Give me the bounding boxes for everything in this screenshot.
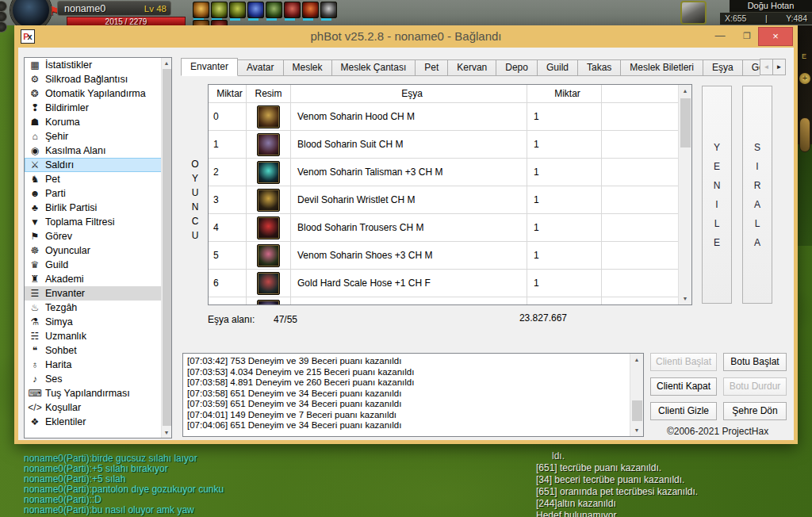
- minimap-e-label: E: [802, 52, 806, 60]
- game-trees: [796, 143, 812, 246]
- sidebar-item-label: Tuş Yapılandırması: [42, 388, 130, 399]
- maximize-button[interactable]: ❐: [736, 25, 758, 48]
- scroll-up-icon[interactable]: ▲: [162, 58, 171, 68]
- tab-scroll-right-icon[interactable]: ►: [772, 59, 786, 75]
- sidebar-item-harita[interactable]: ♁Harita: [25, 358, 171, 372]
- minimap-zoom-button[interactable]: +: [799, 73, 810, 84]
- column-header[interactable]: Resim: [247, 85, 291, 102]
- sidebar-item-label: Sohbet: [42, 345, 77, 356]
- copyright-text: ©2006-2021 ProjectHax: [643, 426, 792, 437]
- minimize-button[interactable]: —: [709, 25, 731, 48]
- sidebar-item-toplama-filtresi[interactable]: ▼Toplama Filtresi: [25, 215, 171, 229]
- buff-icon[interactable]: [193, 2, 209, 18]
- column-header[interactable]: Eşya: [291, 85, 527, 102]
- tab-meslek-cantasi[interactable]: Meslek Çantası: [331, 59, 416, 76]
- map-icon: ♁: [28, 359, 42, 370]
- title-bar[interactable]: Px phBot v25.2.8 - noname0 - Bağlandı — …: [14, 25, 798, 48]
- sidebar-item-envanter[interactable]: ☰Envanter: [25, 286, 171, 301]
- chat-line: ldı.: [536, 450, 698, 462]
- tab-avatar[interactable]: Avatar: [237, 59, 283, 76]
- table-row[interactable]: 0Venom Soharin Hood CH M1: [209, 103, 691, 131]
- tab-depo[interactable]: Depo: [496, 59, 538, 76]
- sidebar-item-silkroad-baglantisi[interactable]: ⚙Silkroad Bağlantısı: [25, 72, 171, 86]
- sidebar-item-kosullar[interactable]: </>Koşullar: [25, 400, 171, 415]
- sidebar-item-bildirimler[interactable]: ❢Bildirimler: [25, 101, 171, 115]
- sidebar-item-gorev[interactable]: ⚑Görev: [25, 229, 171, 243]
- sidebar-item-ses[interactable]: ♪Ses: [25, 372, 171, 386]
- start-bot-button[interactable]: Botu Başlat: [723, 353, 787, 371]
- scroll-down-icon[interactable]: ▼: [630, 425, 643, 435]
- sidebar-item-label: Eklentiler: [42, 416, 86, 427]
- table-row[interactable]: 4Blood Soharin Trousers CH M1: [209, 214, 691, 242]
- sidebar-item-akademi[interactable]: ♜Akademi: [25, 272, 171, 286]
- scroll-up-icon[interactable]: ▲: [679, 86, 691, 96]
- item-qty: 1: [527, 159, 602, 186]
- scrollbar-thumb[interactable]: [163, 69, 171, 426]
- sidebar-item-pet[interactable]: ♞Pet: [25, 172, 171, 186]
- sidebar-item-tus-yapilandirmasi[interactable]: ⌨Tuş Yapılandırması: [25, 386, 171, 400]
- tab-gori-item[interactable]: Gori Item I: [742, 59, 760, 76]
- bot-log[interactable]: [07:03:42] 753 Deneyim ve 39 Beceri puan…: [182, 353, 644, 437]
- table-row[interactable]: 2Venom Soharin Talisman +3 CH M1: [209, 159, 691, 186]
- sidebar-item-koruma[interactable]: ☗Koruma: [25, 115, 171, 129]
- sort-button[interactable]: SIRALA: [742, 86, 772, 304]
- return-town-button[interactable]: Şehre Dön: [723, 402, 787, 420]
- table-row[interactable]: [209, 297, 691, 305]
- buff-icon[interactable]: [284, 2, 301, 18]
- sidebar-item-kasilma-alani[interactable]: ◉Kasılma Alanı: [25, 144, 171, 158]
- refresh-button[interactable]: YENILE: [702, 86, 732, 304]
- column-header[interactable]: Miktar: [209, 85, 247, 102]
- buff-icon[interactable]: [320, 2, 337, 18]
- tab-guild[interactable]: Guild: [537, 59, 578, 76]
- tab-kervan[interactable]: Kervan: [447, 59, 496, 76]
- hide-client-button[interactable]: Clienti Gizle: [650, 402, 717, 420]
- table-row[interactable]: 3Devil Soharin Wristlet CH M1: [209, 186, 691, 214]
- client-area: ▦İstatistikler ⚙Silkroad Bağlantısı ❂Oto…: [18, 48, 794, 440]
- buff-icon[interactable]: [247, 2, 264, 18]
- table-row[interactable]: 6Gold Hard Scale Hose +1 CH F1: [209, 270, 691, 297]
- sidebar-item-guild[interactable]: ♛Guild: [25, 258, 171, 272]
- tab-envanter[interactable]: Envanter: [181, 58, 238, 76]
- scroll-down-icon[interactable]: ▼: [162, 427, 171, 438]
- sidebar-item-istatistikler[interactable]: ▦İstatistikler: [25, 58, 171, 72]
- scroll-down-icon[interactable]: ▼: [679, 293, 691, 304]
- sidebar-item-sohbet[interactable]: ❝Sohbet: [25, 343, 171, 358]
- sidebar-item-uzmanlik[interactable]: ☵Uzmanlık: [25, 329, 171, 343]
- keyboard-icon: ⌨: [28, 388, 42, 399]
- tab-pet[interactable]: Pet: [415, 59, 448, 76]
- scroll-up-icon[interactable]: ▲: [630, 354, 643, 365]
- tab-meslek-biletleri[interactable]: Meslek Biletleri: [620, 59, 703, 76]
- mastery-icon: ☵: [28, 331, 42, 342]
- city-icon: ⌂: [28, 131, 42, 142]
- wolf-pet-icon[interactable]: [680, 1, 707, 25]
- table-row[interactable]: 5Venom Soharin Shoes +3 CH M1: [209, 242, 691, 270]
- buff-icon[interactable]: [302, 2, 319, 18]
- sidebar-scrollbar[interactable]: ▲ ▼: [161, 58, 171, 438]
- log-scrollbar[interactable]: ▲ ▼: [630, 354, 643, 436]
- table-scrollbar[interactable]: ▲ ▼: [678, 85, 691, 304]
- sidebar-item-tezgah[interactable]: ♨Tezgâh: [25, 301, 171, 315]
- sidebar-item-simya[interactable]: ⚗Simya: [25, 315, 171, 329]
- sidebar-item-parti[interactable]: ☻Parti: [25, 186, 171, 201]
- buff-icon[interactable]: [211, 2, 228, 18]
- sidebar-item-oyuncular[interactable]: ☸Oyuncular: [25, 243, 171, 258]
- sidebar-item-eklentiler[interactable]: ❖Eklentiler: [25, 415, 171, 429]
- table-row[interactable]: 1Blood Soharin Suit CH M1: [209, 131, 691, 159]
- scrollbar-thumb[interactable]: [632, 400, 642, 421]
- sidebar-item-label: Tezgâh: [42, 302, 77, 313]
- column-header[interactable]: Miktar: [527, 85, 602, 102]
- buff-icon[interactable]: [266, 2, 282, 18]
- close-button[interactable]: ×: [758, 27, 793, 46]
- buff-icon[interactable]: [229, 2, 246, 18]
- tab-strip: Envanter Avatar Meslek Meslek Çantası Pe…: [181, 58, 760, 76]
- scrollbar-thumb[interactable]: [680, 98, 691, 147]
- tab-esya[interactable]: Eşya: [703, 59, 743, 76]
- sidebar-item-birlik-partisi[interactable]: ♣Birlik Partisi: [25, 201, 171, 215]
- tab-meslek[interactable]: Meslek: [283, 59, 332, 76]
- tab-scroll-left-icon[interactable]: ◄: [760, 59, 773, 75]
- sidebar-item-sehir[interactable]: ⌂Şehir: [25, 129, 171, 144]
- close-client-button[interactable]: Clienti Kapat: [650, 377, 717, 396]
- sidebar-item-otomatik-yapilandirma[interactable]: ❂Otomatik Yapılandırma: [25, 86, 171, 101]
- tab-takas[interactable]: Takas: [577, 59, 621, 76]
- sidebar-item-saldiri[interactable]: ⚔Saldırı: [25, 158, 171, 172]
